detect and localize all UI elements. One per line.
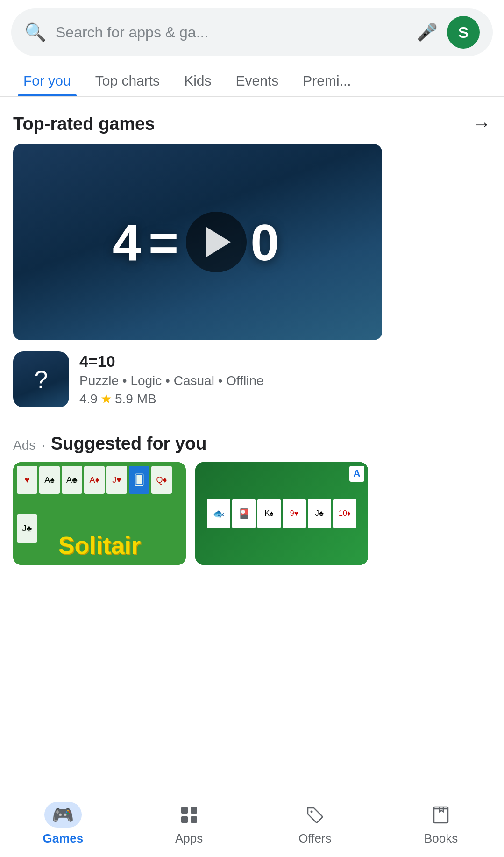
- play-triangle-icon: [206, 227, 231, 257]
- books-label: Books: [424, 831, 458, 846]
- nav-tabs: For you Top charts Kids Events Premi...: [0, 63, 504, 97]
- offers-icon-wrap: [296, 802, 334, 828]
- svg-rect-3: [191, 816, 197, 823]
- section-title-top-rated: Top-rated games: [13, 114, 155, 134]
- books-icon: [431, 805, 451, 825]
- tab-for-you[interactable]: For you: [11, 63, 83, 96]
- game-meta: 4.9 ★ 5.9 MB: [79, 391, 491, 407]
- bottom-nav-games[interactable]: 🎮 Games: [0, 802, 126, 846]
- game-banner[interactable]: 4 = 0: [13, 144, 382, 340]
- search-bar-container: 🔍 Search for apps & ga... 🎤 S: [0, 0, 504, 63]
- tab-premium[interactable]: Premi...: [291, 63, 363, 96]
- banner-text: 4 = 0: [113, 212, 283, 272]
- mini-card-2: A♠: [39, 466, 60, 494]
- svg-rect-0: [181, 807, 188, 814]
- sc-mini-3: K♠: [257, 499, 281, 528]
- svg-rect-2: [181, 816, 188, 823]
- avatar[interactable]: S: [447, 16, 480, 49]
- solitaire-label: Solitair: [58, 531, 141, 559]
- games-icon-wrap: 🎮: [44, 802, 82, 828]
- game-name: 4=10: [79, 352, 491, 371]
- solitaire-card-1[interactable]: ♥ A♠ A♣ A♦ J♥ 🂠 Q♦ J♣ Solitair: [13, 462, 186, 565]
- game-size: 5.9 MB: [115, 392, 156, 407]
- games-label: Games: [43, 831, 84, 846]
- game-details: 4=10 Puzzle • Logic • Casual • Offline 4…: [79, 352, 491, 407]
- solitaire-inner: ♥ A♠ A♣ A♦ J♥ 🂠 Q♦ J♣ Solitair: [13, 462, 186, 565]
- mini-card-1: ♥: [17, 466, 37, 494]
- sc-mini-2: 🎴: [232, 499, 256, 528]
- tab-kids[interactable]: Kids: [172, 63, 223, 96]
- play-button[interactable]: [186, 212, 247, 272]
- bottom-nav: 🎮 Games Apps Offers: [0, 793, 504, 857]
- games-icon: 🎮: [52, 805, 74, 825]
- offers-icon: [305, 805, 325, 825]
- top-rated-header: Top-rated games →: [0, 97, 504, 144]
- search-icon: 🔍: [24, 22, 46, 43]
- game-icon[interactable]: ?: [13, 351, 69, 407]
- apps-icon: [179, 805, 199, 825]
- banner-digit-10: 0: [250, 213, 283, 272]
- game-tags: Puzzle • Logic • Casual • Offline: [79, 373, 491, 388]
- ads-label: Ads: [13, 438, 35, 452]
- suggested-cards: ♥ A♠ A♣ A♦ J♥ 🂠 Q♦ J♣ Solitair A 🐟 🎴 K♠: [0, 462, 504, 565]
- offers-label: Offers: [298, 831, 331, 846]
- sc-mini-1: 🐟: [207, 499, 230, 528]
- mini-card-4: A♦: [84, 466, 105, 494]
- mini-card-6: 🂠: [129, 466, 149, 494]
- sc-mini-6: 10♦: [333, 499, 356, 528]
- second-card-grid: 🐟 🎴 K♠ 9♥ J♣ 10♦: [203, 495, 360, 532]
- tab-top-charts[interactable]: Top charts: [83, 63, 172, 96]
- ads-label-row: Ads · Suggested for you: [13, 434, 491, 454]
- ads-separator: ·: [42, 438, 45, 452]
- tab-events[interactable]: Events: [223, 63, 291, 96]
- bottom-nav-offers[interactable]: Offers: [252, 802, 378, 846]
- game-info-row: ? 4=10 Puzzle • Logic • Casual • Offline…: [0, 340, 504, 419]
- solitaire-card-2[interactable]: A 🐟 🎴 K♠ 9♥ J♣ 10♦: [195, 462, 368, 565]
- suggested-title: Suggested for you: [51, 434, 207, 453]
- mic-icon[interactable]: 🎤: [417, 22, 438, 42]
- bottom-nav-books[interactable]: Books: [378, 802, 504, 846]
- bottom-nav-apps[interactable]: Apps: [126, 802, 252, 846]
- game-rating: 4.9: [79, 392, 98, 407]
- star-icon: ★: [100, 391, 112, 407]
- search-input[interactable]: Search for apps & ga...: [56, 24, 407, 41]
- svg-rect-1: [191, 807, 197, 814]
- mini-card-3: A♣: [62, 466, 82, 494]
- svg-point-4: [311, 810, 313, 813]
- mini-card-5: J♥: [106, 466, 127, 494]
- ads-header: Ads · Suggested for you: [0, 419, 504, 462]
- apps-label: Apps: [175, 831, 203, 846]
- mini-card-8: J♣: [17, 514, 37, 543]
- banner-digit-4: 4: [113, 213, 145, 272]
- search-bar[interactable]: 🔍 Search for apps & ga... 🎤 S: [11, 8, 493, 56]
- second-card-badge: A: [349, 466, 364, 482]
- mini-card-7: Q♦: [151, 466, 172, 494]
- sc-mini-4: 9♥: [283, 499, 306, 528]
- apps-icon-wrap: [170, 802, 208, 828]
- banner-equals: =: [149, 213, 182, 272]
- books-icon-wrap: [422, 802, 460, 828]
- sc-mini-5: J♣: [308, 499, 331, 528]
- top-rated-arrow[interactable]: →: [472, 114, 491, 135]
